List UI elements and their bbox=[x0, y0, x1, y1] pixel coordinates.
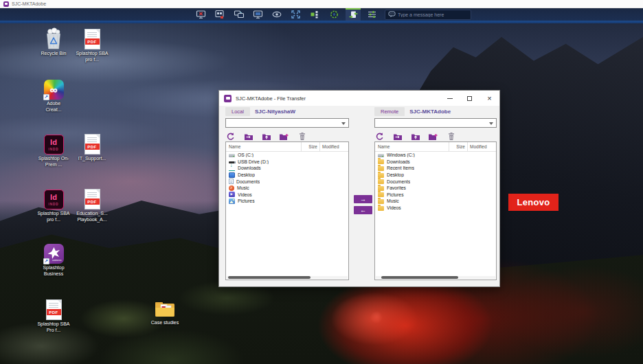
refresh-button[interactable] bbox=[225, 132, 236, 141]
open-folder-button[interactable] bbox=[243, 132, 253, 141]
desktop-icon-recycle-bin[interactable]: Recycle Bin bbox=[34, 26, 74, 57]
file-row[interactable]: Music bbox=[226, 185, 348, 192]
desktop-icon-pdf-sba-pro[interactable]: PDF Splashtop SBA pro f... bbox=[72, 26, 112, 62]
list-header[interactable]: Name Size Modified bbox=[375, 142, 496, 152]
file-row[interactable]: Documents bbox=[226, 178, 348, 185]
folder-icon bbox=[155, 300, 175, 319]
desktop-icon-label: Adobe Creat... bbox=[38, 101, 69, 113]
disconnect-button[interactable] bbox=[193, 8, 208, 21]
file-transfer-button[interactable] bbox=[346, 8, 361, 21]
chat-message-input[interactable] bbox=[398, 12, 466, 17]
delete-button[interactable] bbox=[297, 132, 307, 141]
desktop-icon-pdf-education[interactable]: PDF Education_S... Playbook_A... bbox=[72, 186, 112, 223]
desktop-icon-adobe-cc[interactable]: ∞ Adobe Creat... bbox=[34, 76, 74, 113]
monitor-x-icon bbox=[196, 10, 206, 19]
folder-icon bbox=[378, 179, 384, 184]
close-button[interactable] bbox=[480, 91, 499, 106]
dialog-titlebar[interactable]: SJC-MKTAdobe - File Transfer bbox=[219, 91, 499, 106]
settings-button[interactable] bbox=[365, 8, 380, 21]
dual-monitor-icon bbox=[234, 10, 245, 19]
column-modified[interactable]: Modified bbox=[467, 142, 496, 151]
chat-input-box[interactable] bbox=[385, 10, 471, 20]
transfer-to-local-button[interactable] bbox=[354, 206, 372, 214]
file-row[interactable]: OS (C:) bbox=[226, 152, 348, 159]
file-row[interactable]: Music bbox=[375, 198, 496, 205]
column-name[interactable]: Name bbox=[226, 144, 301, 149]
remote-path-combobox[interactable] bbox=[374, 118, 497, 128]
transfer-to-remote-button[interactable] bbox=[354, 195, 372, 203]
file-row[interactable]: Downloads bbox=[375, 159, 496, 166]
file-row[interactable]: Documents bbox=[375, 178, 496, 185]
file-name: Videos bbox=[238, 192, 252, 197]
toolbar-accent-strip bbox=[0, 21, 643, 23]
monitor-icon bbox=[253, 10, 263, 19]
file-row[interactable]: Pictures bbox=[375, 192, 496, 198]
ctrl-alt-del-button[interactable] bbox=[212, 8, 227, 21]
session-recording-button[interactable] bbox=[326, 8, 341, 21]
file-row[interactable]: Downloads bbox=[226, 165, 348, 172]
desktop-icon-label: Case studies bbox=[151, 320, 179, 326]
full-screen-button[interactable] bbox=[250, 8, 265, 21]
pdf-file-icon: PDF bbox=[84, 189, 100, 209]
shortcut-arrow-icon bbox=[43, 94, 49, 100]
refresh-icon bbox=[375, 132, 384, 141]
open-folder-button[interactable] bbox=[392, 132, 403, 141]
splashtop-business-icon: usiness bbox=[44, 244, 64, 264]
column-modified[interactable]: Modified bbox=[319, 142, 348, 151]
file-row[interactable]: Desktop bbox=[226, 172, 348, 179]
file-row[interactable]: Windows (C:) bbox=[375, 152, 496, 159]
desktop-icon-pdf-it-support[interactable]: PDF IT_Support... bbox=[72, 131, 112, 162]
desktop-icon-label: Recycle Bin bbox=[41, 51, 67, 57]
local-path-combobox[interactable] bbox=[225, 118, 349, 128]
desktop-icon-case-studies[interactable]: Case studies bbox=[142, 298, 188, 326]
desktop-icon-indd-onprem[interactable]: Id INDD Splashtop On-Prem ... bbox=[34, 131, 74, 168]
desktop-icon-splashtop-business[interactable]: usiness Splashtop Business bbox=[34, 240, 74, 277]
file-name: Downloads bbox=[238, 166, 261, 170]
maximize-button[interactable] bbox=[460, 91, 480, 106]
new-folder-button[interactable] bbox=[428, 132, 438, 141]
session-toolbar bbox=[0, 8, 643, 21]
refresh-button[interactable] bbox=[374, 132, 385, 141]
host-titlebar[interactable]: SJC-MKTAdobe bbox=[0, 0, 643, 8]
file-row[interactable]: Desktop bbox=[375, 172, 496, 179]
column-size[interactable]: Size bbox=[449, 142, 467, 151]
file-row[interactable]: Favorites bbox=[375, 185, 496, 192]
local-pane: Local SJC-NityashaW bbox=[225, 106, 349, 280]
new-folder-button[interactable] bbox=[279, 132, 289, 141]
downloads-icon bbox=[229, 165, 235, 171]
file-row[interactable]: Pictures bbox=[226, 198, 348, 205]
column-name[interactable]: Name bbox=[375, 144, 449, 149]
fit-to-screen-button[interactable] bbox=[289, 8, 304, 21]
pdf-file-icon: PDF bbox=[46, 299, 62, 320]
open-folder-icon bbox=[393, 133, 403, 141]
desktop-icon-pdf-sba-pro-2[interactable]: PDF Splashtop SBA Pro f... bbox=[34, 297, 74, 333]
scrollbar-thumb[interactable] bbox=[381, 276, 458, 279]
file-row[interactable]: USB Drive (D:) bbox=[226, 159, 348, 166]
sliders-icon bbox=[367, 10, 377, 19]
horizontal-scrollbar[interactable] bbox=[227, 276, 348, 279]
file-row[interactable]: Videos bbox=[375, 205, 496, 212]
parent-folder-button[interactable] bbox=[410, 132, 420, 141]
indesign-file-icon: Id INDD bbox=[44, 190, 64, 209]
horizontal-scrollbar[interactable] bbox=[376, 276, 495, 279]
parent-folder-button[interactable] bbox=[261, 132, 271, 141]
documents-icon bbox=[229, 179, 234, 184]
view-options-button[interactable] bbox=[269, 8, 284, 21]
resolution-button[interactable] bbox=[308, 8, 323, 21]
delete-button[interactable] bbox=[446, 132, 456, 141]
local-computer-name: SJC-NityashaW bbox=[255, 109, 295, 115]
switch-monitor-button[interactable] bbox=[232, 8, 247, 21]
remote-badge: Remote bbox=[374, 107, 405, 116]
eye-icon bbox=[271, 10, 282, 19]
file-row[interactable]: Recent Items bbox=[375, 165, 496, 172]
folder-up-icon bbox=[262, 133, 271, 141]
minimize-button[interactable] bbox=[440, 91, 460, 106]
minimize-icon bbox=[447, 98, 453, 99]
desktop-icon-indd-sba-pro[interactable]: Id INDD Splashtop SBA pro f... bbox=[34, 186, 74, 223]
scrollbar-thumb[interactable] bbox=[228, 276, 311, 279]
videos-icon bbox=[229, 192, 235, 197]
folder-icon bbox=[378, 199, 384, 204]
list-header[interactable]: Name Size Modified bbox=[226, 142, 348, 152]
column-size[interactable]: Size bbox=[301, 142, 319, 151]
file-row[interactable]: Videos bbox=[226, 192, 348, 198]
